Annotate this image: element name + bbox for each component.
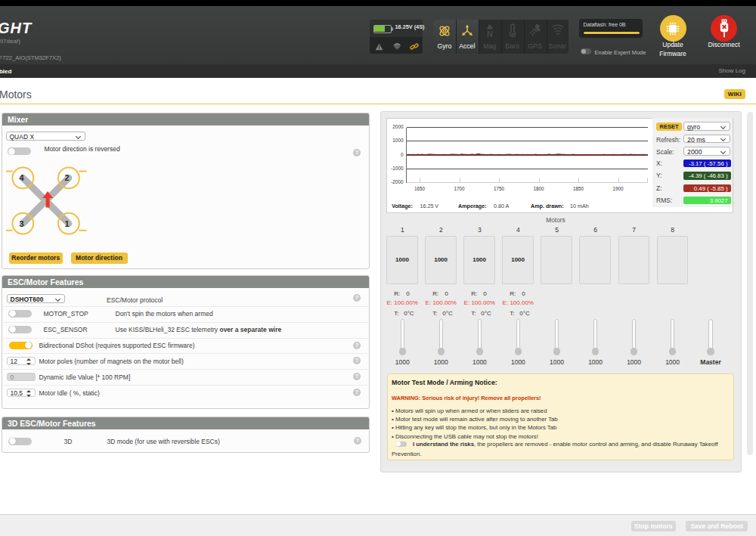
svg-text:2: 2 [64,173,69,182]
svg-text:3: 3 [19,218,23,228]
svg-text:N: N [487,29,493,39]
svg-text:1: 1 [64,218,69,228]
svg-text:4: 4 [19,173,24,182]
